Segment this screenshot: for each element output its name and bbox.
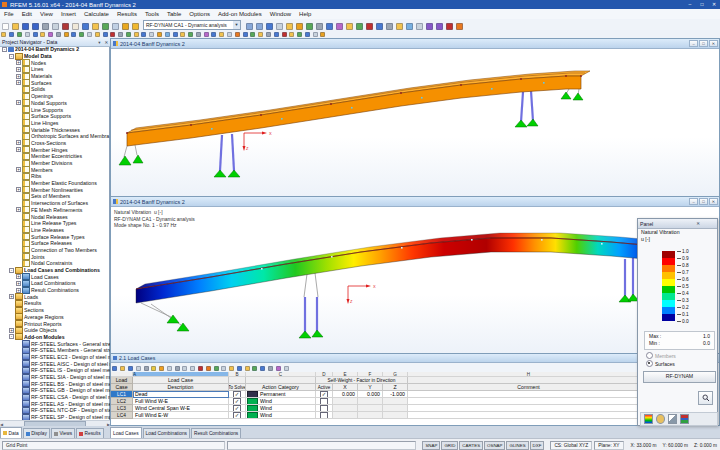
- table-toolbar-icon[interactable]: [284, 366, 289, 371]
- toolbar-icon[interactable]: [274, 32, 279, 37]
- toolbar-icon[interactable]: [102, 23, 109, 30]
- tree-expander[interactable]: +: [16, 274, 21, 279]
- tree-item-2014-04-banff-dynamics-2[interactable]: -2014-04 Banff Dynamics 2: [0, 46, 110, 53]
- cell-y[interactable]: [358, 398, 383, 405]
- cell-to-solve[interactable]: ✓: [229, 398, 246, 405]
- table-tab-load-combinations[interactable]: Load Combinations: [143, 428, 190, 438]
- tree-item-line-release-types[interactable]: Line Release Types: [0, 220, 110, 227]
- tree-item-add-on-modules[interactable]: -Add-on Modules: [0, 334, 110, 341]
- toolbar-icon[interactable]: [52, 23, 59, 30]
- tree-item-member-elastic-foundations[interactable]: Member Elastic Foundations: [0, 180, 110, 187]
- checkbox-icon[interactable]: ✓: [233, 405, 241, 412]
- tree-item-rf-steel-csa-design-of-steel-m[interactable]: RF-STEEL CSA - Design of steel m: [0, 394, 110, 401]
- toolbar-icon[interactable]: [396, 23, 403, 30]
- tree-expander[interactable]: -: [9, 54, 14, 59]
- tree-item-member-divisions[interactable]: Member Divisions: [0, 160, 110, 167]
- cell-x[interactable]: 0.000: [333, 391, 358, 398]
- table-toolbar-icon[interactable]: [221, 366, 226, 371]
- toolbar-icon[interactable]: [356, 23, 363, 30]
- tree-item-rf-steel-ntc-df-design-of-stee[interactable]: RF-STEEL NTC-DF - Design of stee: [0, 407, 110, 414]
- toolbar-icon[interactable]: [305, 32, 310, 37]
- row-header-lc4[interactable]: LC4: [111, 412, 133, 419]
- cell-z[interactable]: -1.000: [383, 391, 408, 398]
- toolbar-icon[interactable]: [12, 23, 19, 30]
- cell-x[interactable]: [333, 405, 358, 412]
- row-header-lc1[interactable]: LC1: [111, 391, 133, 398]
- restore-icon[interactable]: □: [699, 198, 708, 205]
- tree-item-model-data[interactable]: -Model Data: [0, 53, 110, 60]
- table-toolbar-icon[interactable]: [136, 366, 141, 371]
- toolbar-icon[interactable]: [71, 32, 76, 37]
- toolbar-icon[interactable]: [219, 32, 224, 37]
- cell-x[interactable]: [333, 398, 358, 405]
- toolbar-icon[interactable]: [157, 32, 162, 37]
- table-toolbar-icon[interactable]: [167, 366, 172, 371]
- toolbar-icon[interactable]: [316, 23, 323, 30]
- tree-item-rf-steel-gb-design-of-steel-me[interactable]: RF-STEEL GB - Design of steel me: [0, 387, 110, 394]
- cell-active[interactable]: ✓: [316, 391, 333, 398]
- cell-x[interactable]: [333, 412, 358, 419]
- option-surfaces[interactable]: Surfaces: [646, 360, 675, 367]
- status-toggle-dxf[interactable]: DXF: [530, 441, 545, 450]
- minimize-icon[interactable]: –: [689, 198, 698, 205]
- tree-item-fe-mesh-refinements[interactable]: +FE Mesh Refinements: [0, 207, 110, 214]
- navigator-tab-views[interactable]: Views: [51, 428, 75, 438]
- toolbar-icon[interactable]: [118, 32, 123, 37]
- tree-item-rf-steel-aisc-design-of-steel-[interactable]: RF-STEEL AISC - Design of steel m: [0, 360, 110, 367]
- toolbar-icon[interactable]: [112, 23, 119, 30]
- menu-item-tools[interactable]: Tools: [141, 11, 163, 17]
- toolbar-icon[interactable]: [426, 23, 433, 30]
- toolbar-icon[interactable]: [56, 32, 61, 37]
- toolbar-icon[interactable]: [266, 23, 273, 30]
- tree-item-rf-steel-ec3-design-of-steel-m[interactable]: RF-STEEL EC3 - Design of steel me: [0, 354, 110, 361]
- tree-item-surface-release-types[interactable]: Surface Release Types: [0, 233, 110, 240]
- toolbar-icon[interactable]: [446, 23, 453, 30]
- color-scale-icon[interactable]: [644, 414, 653, 424]
- toolbar-icon[interactable]: [456, 23, 463, 30]
- tree-item-rf-steel-as-design-of-steel-me[interactable]: RF-STEEL AS - Design of steel me: [0, 400, 110, 407]
- cell-comment[interactable]: [408, 412, 650, 419]
- toolbar-icon[interactable]: [149, 32, 154, 37]
- toolbar-icon[interactable]: [2, 23, 9, 30]
- tree-item-load-combinations[interactable]: +Load Combinations: [0, 280, 110, 287]
- checkbox-icon[interactable]: ✓: [233, 412, 241, 419]
- menu-item-table[interactable]: Table: [163, 11, 185, 17]
- table-toolbar-icon[interactable]: [182, 366, 187, 371]
- magnifier-button[interactable]: [698, 391, 713, 405]
- table-toolbar-icon[interactable]: [245, 366, 250, 371]
- cell-description[interactable]: Full Wind W-E: [133, 398, 229, 405]
- cell-z[interactable]: [383, 405, 408, 412]
- toolbar-icon[interactable]: [204, 32, 209, 37]
- tree-expander[interactable]: +: [16, 100, 21, 105]
- toolbar-icon[interactable]: [40, 32, 45, 37]
- tree-item-intersections-of-surfaces[interactable]: Intersections of Surfaces: [0, 200, 110, 207]
- toolbar-icon[interactable]: [297, 32, 302, 37]
- cell-to-solve[interactable]: ✓: [229, 412, 246, 419]
- tree-item-results[interactable]: Results: [0, 300, 110, 307]
- tree-item-surfaces[interactable]: +Surfaces: [0, 79, 110, 86]
- toolbar-icon[interactable]: [72, 23, 79, 30]
- tree-item-line-releases[interactable]: Line Releases: [0, 227, 110, 234]
- tree-expander[interactable]: +: [16, 288, 21, 293]
- tree-expander[interactable]: +: [16, 67, 21, 72]
- toolbar-icon[interactable]: [246, 23, 253, 30]
- cell-to-solve[interactable]: ✓: [229, 391, 246, 398]
- tree-item-variable-thicknesses[interactable]: Variable Thicknesses: [0, 126, 110, 133]
- table-toolbar-icon[interactable]: [175, 366, 180, 371]
- toolbar-icon[interactable]: [282, 32, 287, 37]
- tree-item-rf-steel-surfaces-general-stre[interactable]: RF-STEEL Surfaces - General stress: [0, 340, 110, 347]
- table-toolbar-icon[interactable]: [151, 366, 156, 371]
- restore-icon[interactable]: □: [699, 40, 708, 47]
- toolbar-icon[interactable]: [286, 23, 293, 30]
- table-toolbar-icon[interactable]: [260, 366, 265, 371]
- table-toolbar-icon[interactable]: [214, 366, 219, 371]
- status-toggle-osnap[interactable]: OSNAP: [484, 441, 505, 450]
- checkbox-icon[interactable]: [320, 412, 328, 419]
- analysis-dropdown[interactable]: RF-DYNAM CA1 - Dynamic analysis ▼: [143, 20, 241, 30]
- toolbar-icon[interactable]: [416, 23, 423, 30]
- toolbar-icon[interactable]: [320, 32, 325, 37]
- checkbox-icon[interactable]: ✓: [233, 398, 241, 405]
- tree-item-rf-steel-bs-design-of-steel-me[interactable]: RF-STEEL BS - Design of steel mem: [0, 380, 110, 387]
- table-toolbar-icon[interactable]: [237, 366, 242, 371]
- toolbar-icon[interactable]: [386, 23, 393, 30]
